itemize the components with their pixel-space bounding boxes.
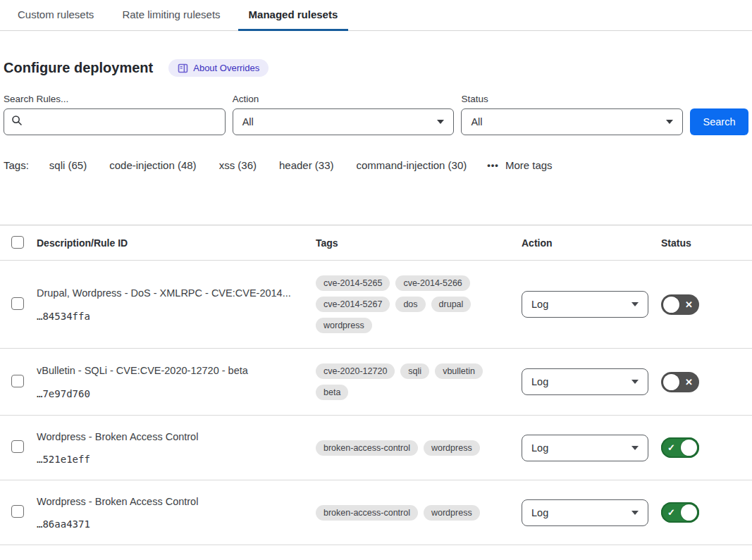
more-tags-label: More tags bbox=[505, 159, 553, 171]
search-rules-label: Search Rules... bbox=[4, 94, 226, 104]
about-overrides-badge[interactable]: About Overrides bbox=[168, 59, 269, 77]
tag-pill: beta bbox=[316, 385, 348, 400]
about-overrides-label: About Overrides bbox=[193, 63, 259, 73]
tag-pill: vbulletin bbox=[435, 363, 483, 379]
tag-links: sqli (65)code-injection (48)xss (36)head… bbox=[49, 159, 467, 171]
toggle-knob bbox=[663, 374, 679, 390]
tag-filter-link[interactable]: sqli (65) bbox=[49, 159, 87, 171]
action-filter-select[interactable]: All bbox=[233, 108, 455, 135]
table-row: Wordpress - Broken Access Control …521e1… bbox=[0, 416, 752, 480]
chevron-down-icon bbox=[666, 120, 673, 124]
status-toggle[interactable]: ✓ bbox=[661, 502, 699, 523]
chevron-down-icon bbox=[631, 302, 639, 306]
status-cell: ✓ bbox=[661, 437, 752, 458]
status-toggle[interactable]: ✕ bbox=[661, 372, 699, 392]
tag-pill: sqli bbox=[400, 363, 429, 379]
tab-label: Managed rulesets bbox=[249, 8, 338, 20]
page-header: Configure deployment About Overrides bbox=[0, 59, 752, 77]
tag-filter-link[interactable]: command-injection (30) bbox=[357, 159, 467, 171]
row-action-select[interactable]: Log bbox=[522, 435, 648, 461]
status-filter-group: Status All bbox=[461, 94, 683, 135]
tab-managed-rulesets[interactable]: Managed rulesets bbox=[238, 0, 349, 31]
tag-filter-link[interactable]: code-injection (48) bbox=[109, 159, 196, 171]
status-filter-value: All bbox=[471, 116, 482, 127]
chevron-down-icon bbox=[631, 511, 639, 515]
rule-id: …84534ffa bbox=[37, 311, 295, 322]
tab-rate-limiting-rulesets[interactable]: Rate limiting rulesets bbox=[111, 0, 230, 31]
action-cell: Log bbox=[522, 499, 661, 526]
column-tags: Tags bbox=[316, 237, 522, 249]
action-filter-value: All bbox=[242, 116, 254, 127]
toggle-knob bbox=[681, 504, 697, 521]
search-icon bbox=[11, 115, 23, 129]
tab-custom-rulesets[interactable]: Custom rulesets bbox=[7, 0, 104, 31]
status-cell: ✓ bbox=[661, 502, 752, 523]
rule-id: …86aa4371 bbox=[37, 518, 295, 530]
tab-bar: Custom rulesets Rate limiting rulesets M… bbox=[0, 0, 752, 31]
rules-table: Description/Rule ID Tags Action Status D… bbox=[0, 225, 752, 545]
toggle-knob bbox=[681, 440, 697, 456]
status-toggle[interactable]: ✕ bbox=[661, 294, 699, 315]
x-icon: ✕ bbox=[681, 300, 697, 309]
rule-description: vBulletin - SQLi - CVE:CVE-2020-12720 - … bbox=[37, 364, 295, 377]
row-action-select[interactable]: Log bbox=[522, 368, 648, 395]
rule-id: …7e97d760 bbox=[37, 388, 295, 399]
check-icon: ✓ bbox=[663, 508, 679, 517]
status-filter-select[interactable]: All bbox=[461, 108, 683, 135]
row-checkbox[interactable] bbox=[11, 440, 24, 453]
tag-pill: cve-2014-5265 bbox=[316, 275, 390, 291]
column-status: Status bbox=[661, 237, 752, 249]
table-body: Drupal, Wordpress - DoS - XMLRPC - CVE:C… bbox=[0, 261, 752, 545]
action-cell: Log bbox=[522, 291, 661, 318]
row-action-value: Log bbox=[531, 299, 548, 310]
action-cell: Log bbox=[522, 368, 661, 395]
tags-cell: broken-access-controlwordpress bbox=[316, 440, 522, 456]
tag-pill: wordpress bbox=[424, 505, 480, 521]
tab-label: Custom rulesets bbox=[18, 8, 94, 20]
rule-description: Wordpress - Broken Access Control bbox=[37, 495, 295, 508]
status-filter-label: Status bbox=[461, 94, 683, 104]
row-checkbox[interactable] bbox=[11, 297, 24, 310]
row-action-value: Log bbox=[531, 507, 548, 518]
rule-description: Drupal, Wordpress - DoS - XMLRPC - CVE:C… bbox=[37, 287, 295, 299]
tab-label: Rate limiting rulesets bbox=[122, 8, 220, 20]
description-cell: vBulletin - SQLi - CVE:CVE-2020-12720 - … bbox=[37, 364, 316, 399]
tags-cell: cve-2020-12720sqlivbulletinbeta bbox=[316, 363, 522, 400]
tag-pill: broken-access-control bbox=[316, 505, 418, 521]
status-toggle[interactable]: ✓ bbox=[661, 437, 699, 458]
action-filter-group: Action All bbox=[233, 94, 455, 135]
select-all-checkbox[interactable] bbox=[11, 236, 24, 249]
table-header-row: Description/Rule ID Tags Action Status bbox=[0, 225, 752, 261]
tags-bar: Tags: sqli (65)code-injection (48)xss (3… bbox=[0, 159, 752, 171]
tags-cell: broken-access-controlwordpress bbox=[316, 505, 522, 521]
row-checkbox[interactable] bbox=[11, 375, 24, 387]
row-action-select[interactable]: Log bbox=[522, 291, 648, 318]
tags-bar-label: Tags: bbox=[4, 159, 29, 171]
tag-filter-link[interactable]: header (33) bbox=[279, 159, 334, 171]
toggle-knob bbox=[663, 297, 679, 313]
tag-pill: cve-2020-12720 bbox=[316, 363, 395, 379]
check-icon: ✓ bbox=[663, 443, 679, 452]
rule-id: …521e1eff bbox=[37, 454, 295, 465]
chevron-down-icon bbox=[437, 120, 444, 124]
tag-pill: cve-2014-5266 bbox=[395, 275, 469, 291]
description-cell: Wordpress - Broken Access Control …86aa4… bbox=[37, 495, 316, 530]
rule-description: Wordpress - Broken Access Control bbox=[37, 430, 295, 443]
more-tags-button[interactable]: ••• More tags bbox=[487, 159, 552, 171]
filters-bar: Search Rules... Action All Status All Se… bbox=[0, 94, 752, 135]
tag-pill: dos bbox=[395, 297, 425, 312]
search-input-wrapper bbox=[4, 108, 226, 135]
status-cell: ✕ bbox=[661, 372, 752, 392]
page-title: Configure deployment bbox=[4, 60, 153, 76]
x-icon: ✕ bbox=[681, 378, 697, 387]
row-action-select[interactable]: Log bbox=[522, 499, 648, 526]
chevron-down-icon bbox=[631, 380, 639, 384]
column-description: Description/Rule ID bbox=[37, 237, 316, 249]
search-button[interactable]: Search bbox=[690, 108, 748, 135]
search-input[interactable] bbox=[28, 116, 218, 128]
table-row: vBulletin - SQLi - CVE:CVE-2020-12720 - … bbox=[0, 349, 752, 416]
status-cell: ✕ bbox=[661, 294, 752, 315]
row-checkbox[interactable] bbox=[11, 505, 24, 518]
tags-cell: cve-2014-5265cve-2014-5266cve-2014-5267d… bbox=[316, 275, 522, 333]
tag-filter-link[interactable]: xss (36) bbox=[219, 159, 257, 171]
